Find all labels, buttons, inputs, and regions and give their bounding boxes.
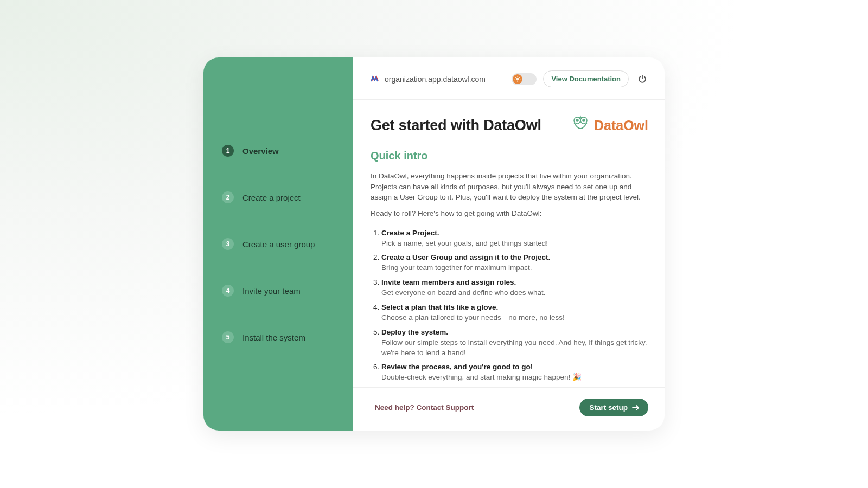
step-4[interactable]: 4 Invite your team (222, 281, 353, 300)
step-3[interactable]: 3 Create a user group (222, 235, 353, 253)
app-logo-icon (371, 75, 379, 84)
step-list: 1 Overview 2 Create a project 3 Create a… (203, 142, 353, 346)
step-number: 1 (222, 145, 234, 157)
svg-line-7 (515, 80, 516, 81)
svg-point-12 (583, 119, 585, 121)
step-number: 2 (222, 191, 234, 203)
task-item: Review the process, and you're good to g… (381, 362, 648, 383)
task-item: Deploy the system. Follow our simple ste… (381, 328, 648, 358)
task-title: Invite team members and assign roles. (381, 278, 516, 286)
task-desc: Choose a plan tailored to your needs—no … (381, 313, 648, 323)
onboarding-modal: 1 Overview 2 Create a project 3 Create a… (203, 57, 665, 431)
content-area: Get started with DataOwl DataOwl Quick i… (353, 100, 665, 387)
brand-name: DataOwl (594, 118, 648, 133)
sun-icon (513, 74, 522, 84)
task-item: Invite team members and assign roles. Ge… (381, 278, 648, 298)
intro-text: In DataOwl, everything happens inside pr… (371, 171, 648, 203)
task-title: Select a plan that fits like a glove. (381, 303, 498, 311)
start-setup-label: Start setup (589, 403, 628, 412)
task-desc: Double-check everything, and start makin… (381, 373, 648, 383)
contact-support-link[interactable]: Need help? Contact Support (375, 403, 474, 412)
page-title: Get started with DataOwl (371, 117, 541, 134)
task-desc: Get everyone on board and define who doe… (381, 288, 648, 298)
task-item: Create a User Group and assign it to the… (381, 253, 648, 273)
task-title: Create a Project. (381, 229, 439, 237)
step-number: 4 (222, 285, 234, 297)
step-label: Create a user group (242, 240, 315, 249)
step-label: Invite your team (242, 286, 301, 296)
svg-point-11 (576, 119, 578, 121)
footer: Need help? Contact Support Start setup (353, 387, 665, 431)
task-item: Select a plan that fits like a glove. Ch… (381, 303, 648, 323)
task-item: Create a Project. Pick a name, set your … (381, 228, 648, 249)
power-icon[interactable] (637, 74, 647, 84)
task-desc: Pick a name, set your goals, and get thi… (381, 239, 648, 249)
org-url: organization.app.dataowl.com (385, 75, 486, 84)
step-label: Overview (242, 146, 279, 156)
brand: DataOwl (571, 114, 648, 137)
step-1[interactable]: 1 Overview (222, 142, 353, 160)
task-title: Deploy the system. (381, 328, 448, 336)
task-title: Create a User Group and assign it to the… (381, 253, 550, 261)
svg-line-5 (515, 77, 516, 78)
task-list: Create a Project. Pick a name, set your … (371, 228, 648, 383)
svg-line-8 (519, 77, 520, 78)
step-5[interactable]: 5 Install the system (222, 328, 353, 346)
svg-point-0 (516, 78, 519, 80)
sidebar: 1 Overview 2 Create a project 3 Create a… (203, 57, 353, 431)
ready-text: Ready to roll? Here's how to get going w… (371, 209, 648, 217)
step-number: 3 (222, 238, 234, 250)
topbar: organization.app.dataowl.com View Docume… (353, 57, 665, 100)
step-label: Create a project (242, 193, 301, 202)
arrow-right-icon (632, 404, 640, 411)
content-header: Get started with DataOwl DataOwl (371, 114, 648, 137)
task-desc: Follow our simple steps to install every… (381, 338, 648, 358)
step-number: 5 (222, 331, 234, 343)
owl-icon (571, 114, 590, 137)
start-setup-button[interactable]: Start setup (579, 399, 648, 416)
main-panel: organization.app.dataowl.com View Docume… (353, 57, 665, 431)
task-title: Review the process, and you're good to g… (381, 363, 533, 371)
subheading: Quick intro (371, 150, 648, 162)
task-desc: Bring your team together for maximum imp… (381, 263, 648, 273)
step-label: Install the system (242, 333, 305, 342)
view-documentation-button[interactable]: View Documentation (543, 70, 629, 87)
theme-toggle[interactable] (512, 73, 537, 85)
step-2[interactable]: 2 Create a project (222, 188, 353, 207)
svg-line-6 (519, 80, 520, 81)
